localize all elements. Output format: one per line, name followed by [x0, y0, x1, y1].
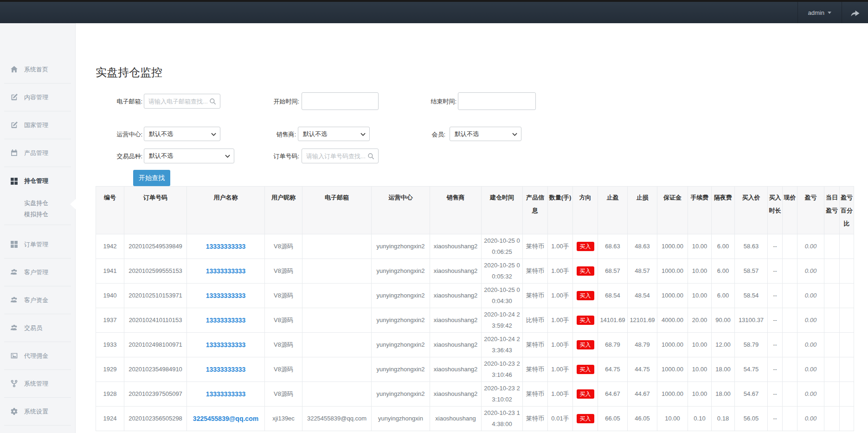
sidebar: 系统首页内容管理国家管理产品管理持仓管理实盘持仓模拟持仓订单管理客户管理客户资金…	[0, 23, 76, 433]
cell-pnl: 0.00	[797, 382, 824, 407]
sidebar-item-2[interactable]: 国家管理	[4, 111, 71, 139]
start-time-label: 开始时间:	[248, 97, 299, 106]
cell-margin: 1000.00	[657, 259, 688, 284]
user-link[interactable]: 3225455839@qq.com	[193, 415, 258, 422]
sidebar-item-1[interactable]: 内容管理	[4, 84, 71, 111]
column-header-buy-price: 买入价	[735, 187, 768, 234]
cell-id: 1940	[96, 284, 124, 308]
sidebar-item-label: 国家管理	[24, 121, 48, 129]
cell-take-profit: 14101.69	[598, 308, 628, 333]
cell-pnl: 0.00	[797, 333, 824, 357]
user-link[interactable]: 13333333333	[206, 267, 246, 275]
user-link[interactable]: 13333333333	[206, 341, 246, 349]
cell-order-no: 2020102410110153	[124, 308, 187, 333]
sidebar-item-6[interactable]: 客户管理	[4, 259, 71, 286]
cell-stop-loss: 48.79	[628, 333, 657, 357]
cell-stop-loss: 48.63	[628, 234, 657, 259]
cell-day-pnl	[824, 308, 840, 333]
sidebar-item-label: 客户管理	[24, 268, 48, 277]
calendar-icon	[10, 149, 18, 157]
seller-select[interactable]: 默认不选	[298, 127, 370, 141]
user-menu[interactable]: admin	[797, 2, 842, 23]
cell-overnight-fee: 90.00	[712, 308, 735, 333]
direction-badge: 买入	[577, 266, 594, 276]
cell-nickname: V8源码	[265, 234, 302, 259]
sidebar-item-0[interactable]: 系统首页	[4, 56, 71, 84]
member-value: 默认不选	[455, 130, 479, 138]
start-time-input[interactable]	[302, 92, 379, 110]
user-link[interactable]: 13333333333	[206, 292, 246, 299]
cell-pnl-percent	[840, 234, 854, 259]
cell-user-name: 13333333333	[187, 333, 265, 357]
end-time-input[interactable]	[458, 92, 536, 110]
sidebar-item-9[interactable]: 代理佣金	[4, 342, 71, 370]
sidebar-item-8[interactable]: 交易员	[4, 314, 71, 342]
sidebar-subitem-0[interactable]: 实盘持仓	[24, 198, 71, 209]
symbol-label: 交易品种:	[91, 152, 142, 161]
search-icon[interactable]	[367, 153, 374, 160]
cell-pnl-percent	[840, 333, 854, 357]
cell-pnl-percent	[840, 382, 854, 407]
table-row: 1933202010249810097113333333333V8源码yunyi…	[96, 333, 854, 357]
cell-op-center: yunyingzhongxin2	[372, 333, 430, 357]
cell-current-price	[783, 333, 797, 357]
cell-product: 莱特币	[523, 259, 548, 284]
sidebar-item-4[interactable]: 持仓管理	[4, 167, 71, 195]
cell-op-center: yunyingzhongxin2	[372, 259, 430, 284]
column-header-quantity: 数量(手)	[548, 187, 573, 234]
cell-op-center: yunyingzhongxin	[372, 407, 430, 431]
user-link[interactable]: 13333333333	[206, 390, 246, 398]
edit-icon	[10, 93, 18, 101]
logout-button[interactable]	[842, 2, 868, 23]
sidebar-subitem-1[interactable]: 模拟持仓	[24, 209, 71, 220]
column-header-overnight-fee: 隔夜费	[712, 187, 735, 234]
user-link[interactable]: 13333333333	[206, 243, 246, 250]
user-link[interactable]: 13333333333	[206, 317, 246, 324]
search-button[interactable]: 开始查找	[133, 170, 170, 186]
user-link[interactable]: 13333333333	[206, 366, 246, 373]
cell-id: 1941	[96, 259, 124, 284]
cell-current-price	[783, 382, 797, 407]
cell-pnl-percent	[840, 357, 854, 382]
home-icon	[10, 65, 18, 73]
cell-day-pnl	[824, 407, 840, 431]
cell-day-pnl	[824, 234, 840, 259]
seller-value: 默认不选	[303, 130, 327, 138]
cell-fee: 10.00	[688, 284, 712, 308]
cell-open-time: 2020-10-23 23:10:02	[482, 382, 523, 407]
cell-pnl-percent	[840, 308, 854, 333]
cell-day-pnl	[824, 284, 840, 308]
fork-icon	[10, 380, 18, 388]
cell-current-price	[783, 259, 797, 284]
search-icon[interactable]	[209, 98, 216, 105]
cell-open-time: 2020-10-23 23:10:46	[482, 357, 523, 382]
cell-margin: 1000.00	[657, 382, 688, 407]
symbol-select[interactable]: 默认不选	[144, 149, 234, 163]
op-center-value: 默认不选	[149, 130, 173, 138]
cell-id: 1933	[96, 333, 124, 357]
sidebar-item-3[interactable]: 产品管理	[4, 139, 71, 167]
sidebar-item-5[interactable]: 订单管理	[4, 231, 71, 259]
sidebar-item-10[interactable]: 系统管理	[4, 370, 71, 398]
cell-margin: 4000.00	[657, 308, 688, 333]
sidebar-item-label: 交易员	[24, 324, 42, 332]
table-header-row: 编号订单号码用户名称用户昵称电子邮箱运营中心销售商建仓时间产品信息数量(手)方向…	[96, 187, 854, 234]
cell-open-time: 2020-10-23 14:38:00	[482, 407, 523, 431]
member-select[interactable]: 默认不选	[450, 127, 521, 141]
cell-product: 莱特币	[523, 407, 548, 431]
cell-order-no: 2020102356505298	[124, 407, 187, 431]
sidebar-item-11[interactable]: 系统设置	[4, 398, 71, 426]
cell-take-profit: 68.57	[598, 259, 628, 284]
cell-quantity: 1.00手	[548, 284, 573, 308]
cell-op-center: yunyingzhongxin2	[372, 284, 430, 308]
op-center-select[interactable]: 默认不选	[144, 127, 220, 141]
sidebar-item-7[interactable]: 客户资金	[4, 286, 71, 314]
cell-product: 莱特币	[523, 382, 548, 407]
cell-email	[302, 259, 372, 284]
cell-pnl: 0.00	[797, 284, 824, 308]
cell-op-center: yunyingzhongxin2	[372, 382, 430, 407]
cell-pnl-percent	[840, 284, 854, 308]
cell-quantity: 1.00手	[548, 382, 573, 407]
sidebar-item-label: 产品管理	[24, 149, 48, 157]
cell-margin: 1000.00	[657, 357, 688, 382]
